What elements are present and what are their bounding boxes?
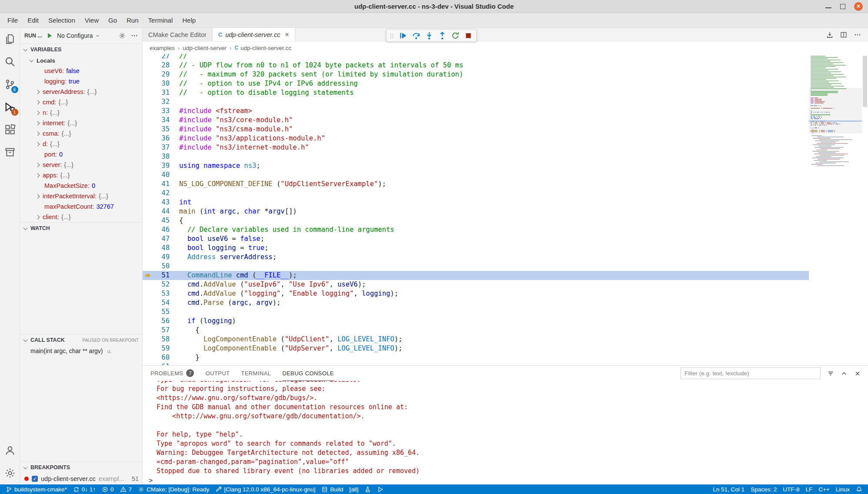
close-icon[interactable]: × [285,31,289,39]
code-line[interactable]: 34#include "ns3/core-module.h" [143,116,809,125]
line-number[interactable]: 30 [153,79,170,88]
scrollbar-thumb[interactable] [863,56,867,107]
variable-row[interactable]: MaxPacketSize:0 [20,180,142,191]
code-line[interactable]: 56 if (logging) [143,317,809,326]
step-over-button[interactable] [411,30,422,41]
status-cmake-ctest[interactable] [361,484,374,494]
line-number[interactable]: 28 [153,61,170,70]
line-number[interactable]: 47 [153,234,170,244]
menu-run[interactable]: Run [122,13,144,28]
line-number[interactable]: 50 [153,262,170,271]
menu-file[interactable]: File [3,13,23,28]
close-panel-icon[interactable] [854,370,861,377]
menu-view[interactable]: View [80,13,103,28]
filter-lines-icon[interactable] [827,370,834,377]
code-line[interactable]: 59 LogComponentEnable ("UdpServer", LOG_… [143,344,809,353]
menu-go[interactable]: Go [103,13,122,28]
status-eol[interactable]: LF [802,484,815,494]
restart-button[interactable] [450,30,461,41]
activity-item-cmake[interactable] [0,141,20,164]
code-line[interactable]: 27// [143,54,809,61]
variable-row[interactable]: client:{...} [20,212,142,222]
activity-item-run-and-debug[interactable]: 1 [0,96,20,118]
activity-item-accounts[interactable] [0,439,20,462]
code-line[interactable]: 51 CommandLine cmd (__FILE__); [143,271,809,280]
editor-scrollbar[interactable] [862,54,868,365]
start-debugging-icon[interactable] [46,32,53,39]
code-line[interactable]: 58 LogComponentEnable ("UdpClient", LOG_… [143,335,809,344]
breadcrumb-item[interactable]: Cudp-client-server.cc [234,45,291,51]
code-line[interactable]: 49 Address serverAddress; [143,253,809,262]
line-number[interactable]: 42 [153,189,170,198]
variable-row[interactable]: maxPacketCount:32767 [20,201,142,212]
variables-section-header[interactable]: VARIABLES [20,44,142,55]
variable-row[interactable]: cmd:{...} [20,97,142,107]
menu-selection[interactable]: Selection [43,13,80,28]
code-line[interactable]: 28// - UDP flow from n0 to n1 of 1024 by… [143,61,809,70]
code-line[interactable]: 46 // Declare variables used in command-… [143,225,809,234]
minimap-slider[interactable] [809,88,862,134]
line-number[interactable]: 35 [153,125,170,134]
activity-item-source-control[interactable]: 6 [0,73,20,96]
code-line[interactable]: 40 [143,170,809,180]
variable-row[interactable]: port:0 [20,149,142,160]
code-line[interactable]: 36#include "ns3/applications-module.h" [143,134,809,143]
code-editor[interactable]: 27//28// - UDP flow from n0 to n1 of 102… [143,54,868,365]
panel-tab-debug-console[interactable]: DEBUG CONSOLE [282,366,334,381]
line-number[interactable]: 56 [153,317,170,326]
line-number[interactable]: 41 [153,180,170,189]
line-number[interactable]: 31 [153,88,170,97]
menu-help[interactable]: Help [177,13,200,28]
status-indentation[interactable]: Spaces: 2 [748,484,780,494]
close-button[interactable]: × [854,2,863,11]
code-line[interactable]: 47 bool useV6 = false; [143,234,809,244]
variable-row[interactable]: apps:{...} [20,170,142,180]
panel-tab-problems[interactable]: PROBLEMS7 [150,366,194,381]
code-line[interactable]: 44main (int argc, char *argv[]) [143,207,809,216]
line-number[interactable]: 46 [153,225,170,234]
status-problems-warnings[interactable]: 7 [117,484,135,494]
step-out-button[interactable] [437,30,448,41]
menu-terminal[interactable]: Terminal [144,13,178,28]
variable-row[interactable]: csma:{...} [20,128,142,139]
activity-item-extensions[interactable] [0,118,20,141]
drag-handle-icon[interactable] [389,33,396,39]
code-line[interactable]: 29// - maximum of 320 packets sent (or l… [143,70,809,79]
status-notifications[interactable] [853,484,865,494]
line-number[interactable]: 40 [153,170,170,180]
line-number[interactable]: 36 [153,134,170,143]
activity-item-search[interactable] [0,50,20,73]
line-number[interactable]: 61 [153,362,170,365]
line-number[interactable]: 51 [153,271,170,280]
status-cmake-build[interactable]: Build [318,484,346,494]
debug-console[interactable]: Type "show configuration" for configurat… [143,381,868,484]
variable-row[interactable]: interPacketInterval:{...} [20,191,142,201]
line-number[interactable]: 38 [153,152,170,161]
line-number[interactable]: 57 [153,326,170,335]
breakpoint-row[interactable]: ✓udp-client-server.ccexampl...51 [20,473,142,484]
line-number[interactable]: 33 [153,107,170,116]
code-line[interactable]: 38 [143,152,809,161]
code-line[interactable]: 33#include <fstream> [143,107,809,116]
status-cmake-kit[interactable]: [Clang 12.0.0 x86_64-pc-linux-gnu] [212,484,318,494]
tab-cmake-cache-editor[interactable]: CMake Cache Editor [143,28,213,41]
watch-section-header[interactable]: WATCH [20,223,142,234]
maximize-button[interactable] [840,4,845,9]
code-line[interactable]: 48 bool logging = true; [143,244,809,253]
breakpoints-section-header[interactable]: BREAKPOINTS [20,462,142,473]
status-language-mode[interactable]: C++ [815,484,833,494]
code-line[interactable]: 43int [143,198,809,207]
variable-row[interactable]: internet:{...} [20,118,142,128]
line-number[interactable]: 39 [153,161,170,170]
download-icon[interactable] [826,31,833,38]
debug-console-input[interactable]: > [143,476,868,484]
activity-item-explorer[interactable] [0,28,20,50]
line-number[interactable]: 44 [153,207,170,216]
line-number[interactable]: 59 [153,344,170,353]
debug-config-dropdown[interactable]: No Configura [57,32,103,39]
code-line[interactable]: 54 cmd.Parse (argc, argv); [143,298,809,307]
debug-more-actions-icon[interactable] [131,32,138,39]
breakpoint-checkbox[interactable]: ✓ [32,476,38,482]
code-line[interactable]: 37#include "ns3/internet-module.h" [143,143,809,152]
continue-button[interactable] [397,30,409,41]
